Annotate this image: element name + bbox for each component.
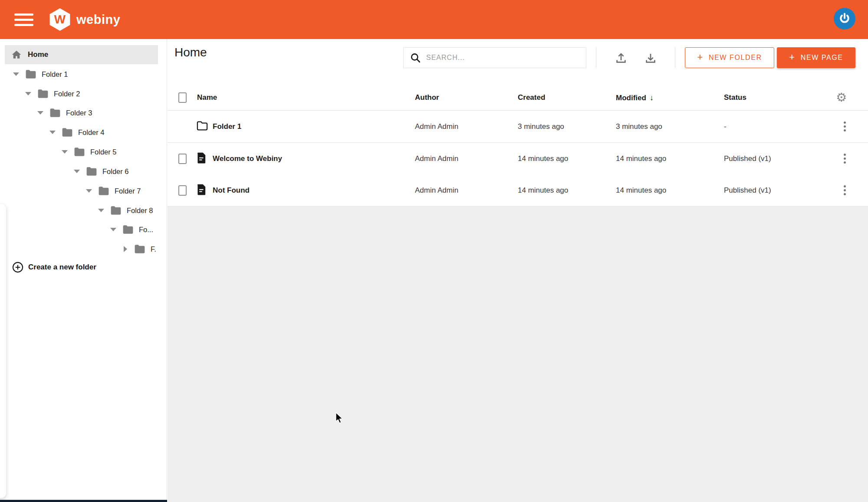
row-name[interactable]: Folder 1 bbox=[213, 122, 241, 131]
tree-item-folder-10[interactable]: F. bbox=[122, 240, 156, 259]
folder-icon bbox=[25, 69, 36, 79]
folder-label: Fo... bbox=[139, 226, 153, 234]
folder-label: Folder 8 bbox=[127, 207, 153, 215]
power-icon bbox=[838, 12, 851, 25]
folder-icon bbox=[110, 206, 122, 215]
plus-icon: + bbox=[697, 52, 703, 63]
caret-down-icon[interactable] bbox=[25, 92, 31, 95]
row-author: Admin Admin bbox=[415, 186, 458, 195]
select-all-checkbox[interactable] bbox=[178, 92, 187, 103]
column-header-created: Created bbox=[518, 93, 545, 102]
user-avatar[interactable] bbox=[834, 8, 855, 30]
row-status: - bbox=[724, 122, 727, 131]
row-status: Published (v1) bbox=[724, 154, 771, 163]
folder-label: Folder 7 bbox=[115, 187, 141, 195]
row-status: Published (v1) bbox=[724, 186, 771, 195]
column-header-status: Status bbox=[724, 93, 746, 102]
export-pages-button[interactable] bbox=[642, 50, 659, 66]
folder-icon bbox=[98, 186, 109, 196]
logo-initial: W bbox=[54, 13, 66, 26]
folder-label: Folder 1 bbox=[42, 70, 68, 79]
new-page-button[interactable]: + NEW PAGE bbox=[777, 47, 855, 68]
create-new-folder-button[interactable]: Create a new folder bbox=[12, 261, 96, 273]
row-modified: 14 minutes ago bbox=[616, 154, 666, 163]
tree-item-folder-1[interactable]: Folder 1 bbox=[13, 65, 68, 84]
column-header-name: Name bbox=[197, 93, 217, 102]
row-checkbox[interactable] bbox=[178, 154, 187, 164]
folder-icon bbox=[74, 147, 85, 157]
document-icon bbox=[196, 152, 207, 166]
kebab-menu-icon[interactable] bbox=[838, 121, 851, 133]
tree-item-folder-8[interactable]: Folder 8 bbox=[98, 201, 153, 220]
toolbar-divider bbox=[675, 47, 675, 68]
plus-circle-icon bbox=[12, 261, 24, 273]
tree-item-folder-9[interactable]: Fo... bbox=[110, 220, 153, 239]
table-row-folder-1[interactable]: Folder 1 Admin Admin 3 minutes ago 3 min… bbox=[168, 111, 868, 143]
folder-label: F. bbox=[151, 245, 156, 253]
column-header-modified[interactable]: Modified↓ bbox=[616, 93, 654, 102]
table-row-not-found[interactable]: Not Found Admin Admin 14 minutes ago 14 … bbox=[168, 174, 868, 207]
row-author: Admin Admin bbox=[415, 154, 458, 163]
drawer-edge-shadow bbox=[0, 204, 6, 498]
row-name[interactable]: Welcome to Webiny bbox=[213, 154, 282, 163]
tree-item-folder-4[interactable]: Folder 4 bbox=[49, 123, 105, 142]
caret-down-icon[interactable] bbox=[62, 150, 68, 154]
kebab-menu-icon[interactable] bbox=[838, 153, 851, 165]
folder-icon bbox=[49, 108, 61, 118]
row-name[interactable]: Not Found bbox=[213, 186, 250, 195]
row-created: 14 minutes ago bbox=[518, 154, 568, 163]
webiny-hexagon-icon: W bbox=[49, 8, 71, 31]
folder-label: Folder 4 bbox=[78, 128, 105, 137]
new-folder-button[interactable]: + NEW FOLDER bbox=[685, 47, 774, 68]
folder-tree-sidebar: Home Folder 1 Folder 2 Folder 3 Folder 4… bbox=[0, 39, 167, 502]
home-label: Home bbox=[28, 50, 48, 59]
hamburger-menu-icon[interactable] bbox=[14, 13, 33, 26]
sort-descending-icon: ↓ bbox=[650, 93, 654, 102]
folder-icon bbox=[37, 89, 49, 98]
upload-icon bbox=[615, 52, 628, 65]
import-pages-button[interactable] bbox=[613, 50, 629, 66]
webiny-admin-window: W webiny Home Folder 1 Folder bbox=[0, 0, 868, 502]
folder-icon bbox=[134, 244, 145, 254]
brand-name: webiny bbox=[76, 13, 120, 27]
caret-down-icon[interactable] bbox=[74, 170, 80, 173]
caret-down-icon[interactable] bbox=[98, 209, 104, 212]
row-author: Admin Admin bbox=[415, 122, 458, 131]
magnifier-icon bbox=[410, 52, 421, 63]
folder-icon bbox=[86, 167, 97, 176]
bottom-edge-strip bbox=[0, 500, 167, 502]
new-folder-label: NEW FOLDER bbox=[709, 54, 762, 62]
tree-item-folder-6[interactable]: Folder 6 bbox=[74, 162, 129, 181]
caret-down-icon[interactable] bbox=[37, 111, 43, 115]
kebab-menu-icon[interactable] bbox=[838, 184, 851, 197]
caret-down-icon[interactable] bbox=[86, 189, 92, 193]
folder-label: Folder 2 bbox=[54, 90, 80, 98]
page-list-content: Home + NEW FOLDER bbox=[168, 39, 868, 502]
top-app-bar: W webiny bbox=[0, 0, 868, 39]
tree-item-folder-2[interactable]: Folder 2 bbox=[25, 84, 80, 103]
folder-icon bbox=[122, 225, 134, 234]
row-created: 3 minutes ago bbox=[518, 122, 564, 131]
search-input[interactable] bbox=[426, 54, 580, 62]
folder-outline-icon bbox=[196, 120, 208, 133]
caret-down-icon[interactable] bbox=[110, 228, 116, 231]
sidebar-item-home[interactable]: Home bbox=[5, 45, 158, 64]
webiny-logo: W webiny bbox=[49, 8, 120, 31]
create-folder-label: Create a new folder bbox=[28, 263, 96, 272]
row-created: 14 minutes ago bbox=[518, 186, 568, 195]
column-header-author: Author bbox=[415, 93, 439, 102]
empty-area bbox=[168, 207, 868, 502]
caret-down-icon[interactable] bbox=[49, 131, 56, 134]
new-page-label: NEW PAGE bbox=[801, 54, 843, 62]
tree-item-folder-3[interactable]: Folder 3 bbox=[37, 103, 92, 122]
tree-item-folder-7[interactable]: Folder 7 bbox=[86, 181, 141, 200]
folder-icon bbox=[62, 128, 73, 137]
row-modified: 3 minutes ago bbox=[616, 122, 662, 131]
table-row-welcome-to-webiny[interactable]: Welcome to Webiny Admin Admin 14 minutes… bbox=[168, 143, 868, 175]
row-checkbox[interactable] bbox=[178, 185, 187, 196]
caret-down-icon[interactable] bbox=[13, 72, 19, 76]
caret-right-icon[interactable] bbox=[124, 246, 127, 252]
house-icon bbox=[11, 49, 22, 60]
tree-item-folder-5[interactable]: Folder 5 bbox=[62, 142, 117, 161]
gear-icon[interactable]: ⚙ bbox=[836, 92, 847, 104]
